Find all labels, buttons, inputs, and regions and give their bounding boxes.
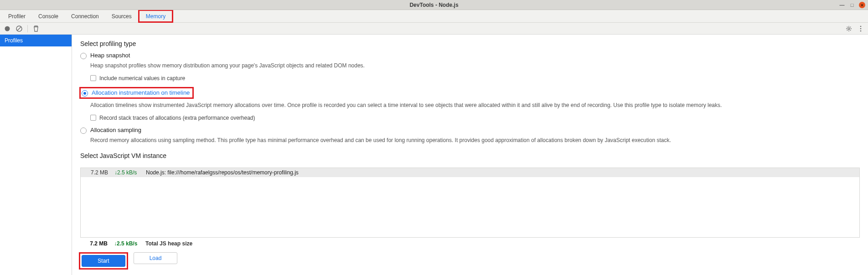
vm-instance-row[interactable]: 7.2 MB ↓2.5 kB/s Node.js: file:///home/r… — [81, 168, 859, 177]
checkbox-label: Include numerical values in capture — [99, 75, 185, 81]
tab-profiler[interactable]: Profiler — [2, 10, 32, 22]
toolbar-separator — [27, 25, 28, 32]
svg-point-5 — [860, 28, 862, 29]
close-button[interactable]: × — [859, 2, 865, 8]
radio-icon[interactable] — [82, 90, 88, 97]
window-titlebar: DevTools - Node.js — □ × — [0, 0, 868, 10]
checkbox-label: Record stack traces of allocations (extr… — [99, 115, 255, 121]
window-controls: — □ × — [839, 2, 865, 8]
profiling-type-heading: Select profiling type — [80, 40, 860, 47]
vm-instance-list: 7.2 MB ↓2.5 kB/s Node.js: file:///home/r… — [80, 168, 860, 238]
vm-rate: ↓2.5 kB/s — [114, 169, 140, 176]
action-button-row: Start Load — [80, 252, 860, 270]
profiles-sidebar: Profiles — [0, 35, 72, 275]
tab-connection[interactable]: Connection — [65, 10, 105, 22]
svg-line-2 — [17, 27, 21, 31]
radio-icon[interactable] — [80, 127, 87, 134]
start-button-highlight: Start — [79, 252, 128, 270]
svg-point-3 — [848, 28, 850, 30]
checkbox-icon[interactable] — [90, 115, 96, 121]
tab-console[interactable]: Console — [32, 10, 65, 22]
option-label: Allocation instrumentation on timeline — [92, 89, 190, 96]
check-record-stack-traces[interactable]: Record stack traces of allocations (extr… — [90, 115, 860, 121]
memory-toolbar — [0, 23, 868, 35]
vm-summary-row: 7.2 MB ↓2.5 kB/s Total JS heap size — [80, 238, 860, 250]
memory-panel-content: Select profiling type Heap snapshot Heap… — [72, 35, 868, 275]
check-include-numerical[interactable]: Include numerical values in capture — [90, 75, 860, 81]
load-button[interactable]: Load — [134, 252, 177, 264]
record-icon[interactable] — [4, 25, 11, 32]
panel-tabs: Profiler Console Connection Sources Memo… — [0, 10, 868, 23]
option-label: Allocation sampling — [90, 127, 141, 133]
option-alloc-timeline-desc: Allocation timelines show instrumented J… — [90, 102, 860, 109]
sidebar-item-profiles[interactable]: Profiles — [0, 35, 72, 46]
svg-point-6 — [860, 30, 862, 31]
summary-rate: ↓2.5 kB/s — [114, 240, 139, 247]
option-allocation-sampling[interactable]: Allocation sampling — [80, 127, 860, 134]
gear-icon[interactable] — [845, 25, 852, 32]
window-title: DevTools - Node.js — [409, 2, 458, 8]
more-icon[interactable] — [857, 25, 864, 32]
option-heap-snapshot[interactable]: Heap snapshot — [80, 52, 860, 59]
vm-memory: 7.2 MB — [85, 169, 108, 176]
svg-point-0 — [5, 26, 10, 31]
checkbox-icon[interactable] — [90, 75, 96, 81]
option-alloc-sampling-desc: Record memory allocations using sampling… — [90, 137, 860, 144]
start-button[interactable]: Start — [82, 255, 125, 267]
option-label: Heap snapshot — [90, 52, 130, 59]
summary-label: Total JS heap size — [145, 240, 192, 247]
delete-icon[interactable] — [32, 25, 40, 32]
summary-memory: 7.2 MB — [85, 240, 108, 247]
option-heap-desc: Heap snapshot profiles show memory distr… — [90, 62, 860, 70]
maximize-button[interactable]: □ — [849, 2, 855, 8]
radio-icon[interactable] — [80, 53, 87, 59]
vm-instance-heading: Select JavaScript VM instance — [80, 152, 860, 159]
svg-point-4 — [860, 25, 862, 27]
clear-icon[interactable] — [16, 25, 23, 32]
tab-memory[interactable]: Memory — [138, 10, 173, 23]
tab-sources[interactable]: Sources — [105, 10, 138, 22]
option-allocation-timeline[interactable]: Allocation instrumentation on timeline — [79, 87, 194, 99]
minimize-button[interactable]: — — [839, 2, 845, 8]
vm-name: Node.js: file:///home/rafaelgss/repos/os… — [146, 169, 299, 176]
